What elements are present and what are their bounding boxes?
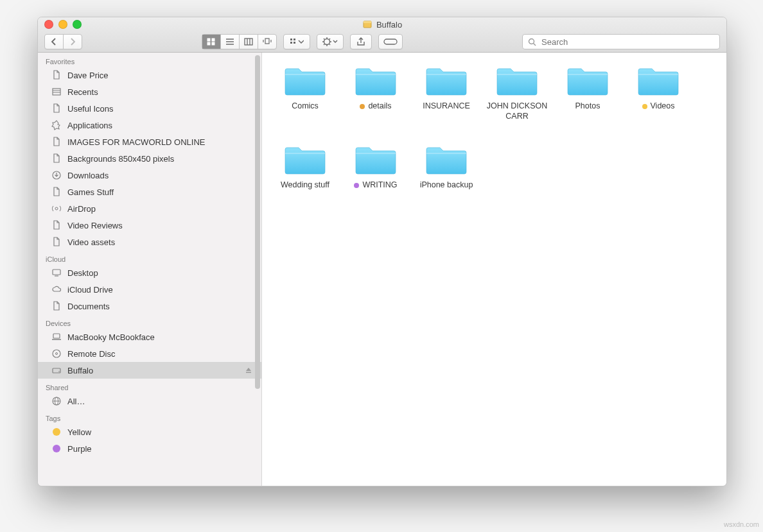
- sidebar-item[interactable]: Dave Price: [38, 67, 261, 83]
- svg-rect-17: [290, 42, 292, 44]
- gallery-view-button[interactable]: [258, 35, 276, 49]
- sidebar-item-label: Recents: [67, 87, 98, 97]
- folder-label: Wedding stuff: [281, 180, 329, 191]
- sidebar-item[interactable]: Buffalo: [38, 362, 261, 379]
- sidebar-item[interactable]: Downloads: [38, 167, 261, 184]
- folder-icon: [283, 64, 328, 98]
- sidebar-section-header: Devices: [38, 314, 261, 329]
- airdrop-icon: [51, 203, 62, 214]
- doc-icon: [51, 186, 62, 198]
- sidebar-item[interactable]: Video assets: [38, 234, 261, 250]
- volume-icon: [362, 19, 373, 30]
- forward-button[interactable]: [64, 35, 82, 49]
- sidebar-item-label: Applications: [67, 121, 112, 130]
- sidebar-item[interactable]: Useful Icons: [38, 100, 261, 117]
- share-button[interactable]: [350, 34, 372, 49]
- folder-icon: [636, 64, 681, 98]
- svg-rect-31: [53, 89, 60, 95]
- svg-point-43: [58, 371, 60, 372]
- window-title: Buffalo: [38, 19, 726, 30]
- sidebar-item-label: Games Stuff: [67, 187, 114, 197]
- svg-line-26: [329, 39, 330, 39]
- sidebar-item-label: MacBooky McBookface: [67, 332, 155, 342]
- laptop-icon: [51, 331, 62, 343]
- folder-item[interactable]: iPhone backup: [411, 143, 482, 191]
- sidebar-item-label: Dave Price: [67, 71, 109, 80]
- sidebar-item-label: IMAGES FOR MACWORLD ONLINE: [67, 137, 206, 147]
- column-view-button[interactable]: [240, 35, 258, 49]
- desktop-icon: [51, 267, 62, 279]
- action-dropdown[interactable]: [317, 34, 344, 49]
- search-field[interactable]: [522, 34, 720, 49]
- titlebar: Buffalo: [38, 17, 726, 53]
- sidebar-item[interactable]: Desktop: [38, 264, 261, 281]
- sidebar-section-header: Tags: [38, 409, 261, 424]
- search-icon: [528, 38, 536, 46]
- back-button[interactable]: [45, 35, 64, 49]
- tag-dot-icon: [354, 183, 359, 188]
- cloud-icon: [51, 284, 62, 295]
- folder-label: WRITING: [354, 180, 397, 191]
- svg-rect-42: [53, 368, 60, 373]
- svg-line-24: [324, 39, 324, 39]
- svg-line-27: [324, 44, 324, 45]
- sidebar-item[interactable]: Remote Disc: [38, 345, 261, 362]
- sidebar-item[interactable]: iCloud Drive: [38, 281, 261, 298]
- list-view-button[interactable]: [221, 35, 240, 49]
- sidebar-item[interactable]: Games Stuff: [38, 184, 261, 200]
- sidebar-item[interactable]: Applications: [38, 117, 261, 133]
- sidebar-scrollbar[interactable]: [255, 55, 260, 483]
- sidebar-item[interactable]: Purple: [38, 440, 261, 457]
- sidebar-item[interactable]: Backgrounds 850x450 pixels: [38, 150, 261, 167]
- folder-item[interactable]: INSURANCE: [411, 64, 482, 121]
- sidebar-item[interactable]: Video Reviews: [38, 217, 261, 234]
- folder-item[interactable]: details: [340, 64, 411, 121]
- folder-item[interactable]: Photos: [552, 64, 623, 121]
- folder-item[interactable]: WRITING: [340, 143, 411, 191]
- sidebar-section-header: Favorites: [38, 53, 261, 67]
- disc-icon: [51, 348, 62, 359]
- sidebar-item-label: Yellow: [67, 427, 91, 437]
- svg-point-19: [324, 39, 330, 45]
- tag-dot-icon: [642, 104, 647, 109]
- sidebar-section-header: Shared: [38, 379, 261, 393]
- edit-tags-button[interactable]: [378, 34, 403, 49]
- svg-rect-28: [384, 39, 397, 44]
- folder-icon: [353, 143, 398, 176]
- doc-icon: [51, 236, 62, 248]
- svg-rect-12: [265, 39, 269, 44]
- sidebar-item-label: Downloads: [67, 171, 109, 180]
- sidebar-item-label: All…: [67, 397, 85, 406]
- folder-icon: [565, 64, 610, 98]
- sidebar-item[interactable]: All…: [38, 393, 261, 409]
- sidebar-item[interactable]: Recents: [38, 83, 261, 100]
- svg-rect-3: [212, 39, 215, 41]
- arrange-dropdown[interactable]: [283, 34, 310, 49]
- svg-rect-1: [364, 21, 371, 23]
- folder-icon: [283, 143, 328, 176]
- toolbar: [38, 31, 726, 52]
- sidebar-item[interactable]: AirDrop: [38, 200, 261, 217]
- sidebar-item-label: Documents: [67, 302, 110, 311]
- folder-label: Comics: [292, 101, 319, 112]
- sidebar-item[interactable]: MacBooky McBookface: [38, 329, 261, 345]
- eject-icon[interactable]: [245, 366, 252, 374]
- folder-item[interactable]: JOHN DICKSON CARR: [482, 64, 552, 121]
- sidebar-item-label: Backgrounds 850x450 pixels: [67, 154, 174, 164]
- folder-item[interactable]: Videos: [623, 64, 694, 121]
- svg-line-25: [329, 44, 330, 45]
- sidebar-item[interactable]: IMAGES FOR MACWORLD ONLINE: [38, 133, 261, 150]
- icon-view-button[interactable]: [202, 35, 221, 49]
- folder-label: JOHN DICKSON CARR: [482, 101, 552, 121]
- folder-item[interactable]: Wedding stuff: [270, 143, 340, 191]
- sidebar-item-label: Useful Icons: [67, 104, 114, 114]
- search-input[interactable]: [540, 37, 714, 47]
- svg-rect-5: [212, 42, 215, 45]
- svg-rect-4: [207, 42, 210, 45]
- svg-line-30: [534, 43, 536, 46]
- sidebar-item-label: Remote Disc: [67, 349, 115, 359]
- sidebar-item[interactable]: Documents: [38, 298, 261, 314]
- folder-item[interactable]: Comics: [270, 64, 340, 121]
- svg-point-35: [55, 207, 58, 210]
- sidebar-item[interactable]: Yellow: [38, 424, 261, 440]
